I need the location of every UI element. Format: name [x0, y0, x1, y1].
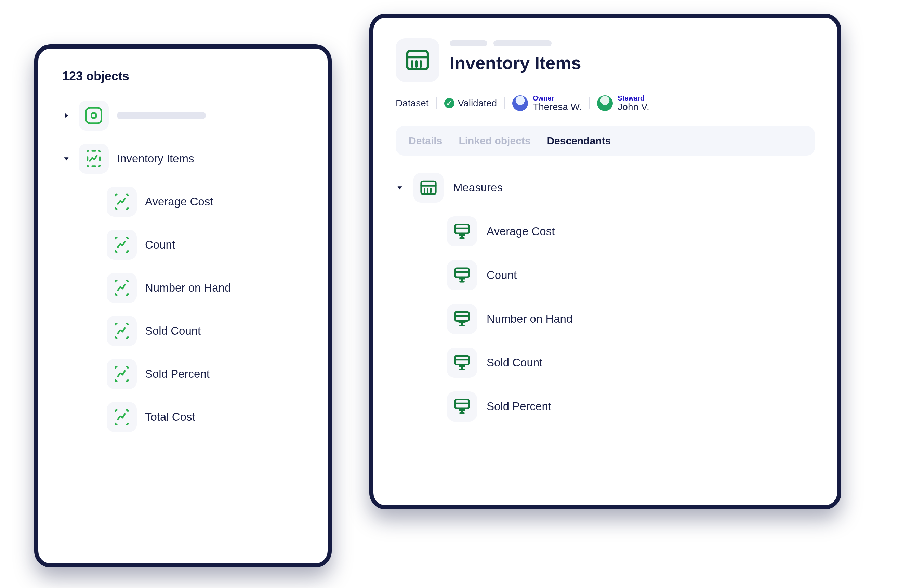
objects-count: 123 objects: [62, 69, 304, 83]
tree-item-label: Sold Percent: [145, 367, 210, 381]
caret-down-icon[interactable]: [396, 184, 404, 192]
column-icon: [447, 216, 477, 247]
objects-panel: 123 objects: [34, 45, 332, 568]
steward-role: Steward: [618, 94, 649, 102]
measure-icon: [107, 187, 137, 217]
divider: [504, 97, 505, 109]
tree-item-label: Total Cost: [145, 411, 195, 424]
tab-details[interactable]: Details: [409, 135, 442, 147]
tree-row-average-cost[interactable]: Average Cost: [107, 187, 304, 217]
tree-item-label: Sold Count: [487, 356, 542, 369]
details-panel: Inventory Items Dataset ✓ Validated Owne…: [369, 14, 841, 510]
avatar: [597, 95, 613, 111]
descendants-row-sold-count[interactable]: Sold Count: [447, 348, 815, 378]
measure-icon: [107, 359, 137, 389]
descendants-row-number-on-hand[interactable]: Number on Hand: [447, 304, 815, 334]
object-type: Dataset: [396, 98, 429, 109]
measure-icon: [107, 230, 137, 260]
column-icon: [447, 348, 477, 378]
tabs: Details Linked objects Descendants: [396, 126, 815, 155]
column-icon: [447, 304, 477, 334]
tree-item-label: Sold Percent: [487, 400, 551, 413]
tree-row-inventory-items[interactable]: Inventory Items: [62, 144, 304, 173]
divider: [436, 97, 437, 109]
owner-role: Owner: [533, 94, 582, 102]
caret-down-icon[interactable]: [62, 155, 71, 163]
tree-item-label: Sold Count: [145, 324, 201, 338]
tree-item-label: Count: [145, 238, 175, 251]
dataset-icon: [78, 100, 109, 130]
tree-row-collapsed[interactable]: [62, 100, 304, 130]
measure-icon: [107, 402, 137, 432]
tree-item-label: Number on Hand: [487, 312, 572, 325]
status-text: Validated: [458, 98, 497, 109]
tree-item-label: Count: [487, 269, 517, 282]
tree-row-sold-count[interactable]: Sold Count: [107, 316, 304, 346]
column-icon: [447, 260, 477, 290]
table-icon: [414, 173, 443, 203]
tree-item-label: Average Cost: [145, 195, 213, 208]
avatar: [512, 95, 528, 111]
tab-descendants[interactable]: Descendants: [547, 135, 611, 147]
owner[interactable]: Owner Theresa W.: [512, 94, 582, 112]
caret-right-icon[interactable]: [62, 111, 71, 120]
descendants-row-sold-percent[interactable]: Sold Percent: [447, 391, 815, 422]
descendants-row-measures[interactable]: Measures: [396, 173, 815, 203]
tree-row-count[interactable]: Count: [107, 230, 304, 260]
steward-name: John V.: [618, 102, 649, 112]
table-icon: [396, 38, 440, 82]
breadcrumb-skeleton: [450, 40, 581, 46]
measure-icon: [107, 316, 137, 346]
tree-item-label: Average Cost: [487, 225, 555, 238]
owner-name: Theresa W.: [533, 102, 582, 112]
tree-item-label: Inventory Items: [117, 152, 194, 165]
tree-row-number-on-hand[interactable]: Number on Hand: [107, 273, 304, 303]
descendants-row-average-cost[interactable]: Average Cost: [447, 216, 815, 247]
panel-header: Inventory Items: [396, 38, 815, 82]
meta-row: Dataset ✓ Validated Owner Theresa W. Ste…: [396, 94, 815, 112]
check-icon: ✓: [444, 98, 455, 108]
measure-icon: [107, 273, 137, 303]
svg-rect-1: [91, 113, 96, 118]
tab-linked-objects[interactable]: Linked objects: [458, 135, 530, 147]
chart-dataset-icon: [78, 144, 109, 173]
svg-rect-0: [86, 108, 101, 123]
tree-row-total-cost[interactable]: Total Cost: [107, 402, 304, 432]
tree-row-sold-percent[interactable]: Sold Percent: [107, 359, 304, 389]
page-title: Inventory Items: [450, 53, 581, 73]
column-icon: [447, 391, 477, 422]
tree-item-label: Number on Hand: [145, 281, 231, 294]
descendants-row-count[interactable]: Count: [447, 260, 815, 290]
steward[interactable]: Steward John V.: [597, 94, 649, 112]
status-badge: ✓ Validated: [444, 98, 497, 109]
tree-item-label: Measures: [453, 181, 503, 194]
placeholder: [117, 112, 206, 119]
